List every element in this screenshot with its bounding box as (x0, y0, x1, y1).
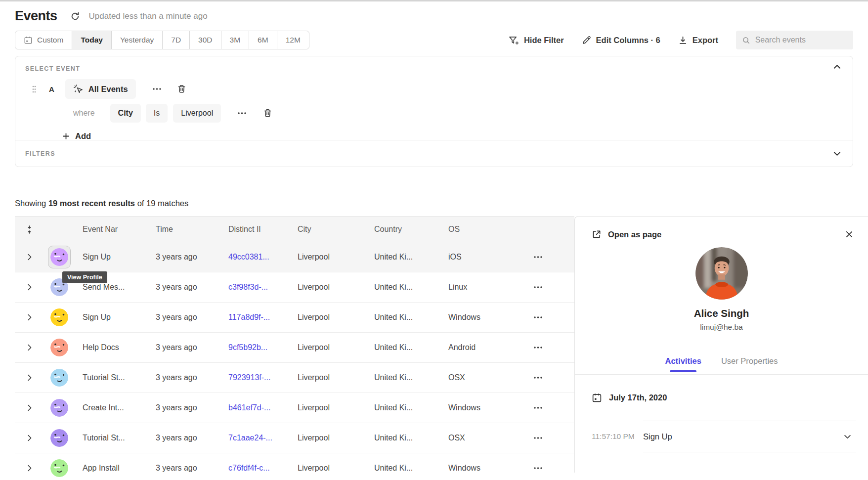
table-row: App Install 3 years ago c76fdf4f-c... Li… (15, 453, 574, 480)
filter-delete-button[interactable] (263, 108, 272, 118)
chevron-right-icon (27, 344, 32, 351)
profile-name: Alice Singh (575, 307, 868, 319)
panel-collapse-button[interactable] (833, 64, 841, 69)
ellipsis-icon (534, 316, 542, 318)
row-expander-button[interactable] (15, 284, 43, 291)
user-avatar-button[interactable] (48, 366, 71, 389)
date-tab-custom[interactable]: Custom (15, 31, 72, 49)
cell-time: 3 years ago (156, 434, 228, 442)
date-tab-yesterday[interactable]: Yesterday (111, 31, 162, 49)
filters-expand-button[interactable] (833, 151, 841, 156)
date-tab-12m[interactable]: 12M (277, 31, 309, 49)
filters-section-header[interactable]: FILTERS (15, 140, 853, 167)
property-chip[interactable]: City (110, 104, 141, 123)
trash-icon (177, 84, 186, 94)
cell-distinct-id[interactable]: c76fdf4f-c... (228, 464, 298, 473)
cell-distinct-id[interactable]: 49cc0381... (228, 253, 298, 262)
content-row: Event Nar Time Distinct II City Country … (0, 216, 868, 473)
tab-user-properties[interactable]: User Properties (721, 356, 778, 372)
filter-more-button[interactable] (236, 110, 248, 116)
chevron-right-icon (27, 254, 32, 261)
date-tab-today[interactable]: Today (72, 31, 111, 49)
activity-event-dropdown[interactable]: Sign Up (643, 421, 856, 452)
row-more-button[interactable] (502, 316, 574, 318)
search-input[interactable] (755, 36, 847, 44)
results-count: 19 most recent results (48, 199, 135, 208)
table-header-row: Event Nar Time Distinct II City Country … (15, 216, 574, 242)
all-events-button[interactable]: All Events (65, 79, 136, 99)
user-avatar-button[interactable] (48, 246, 71, 268)
value-chip[interactable]: Liverpool (173, 104, 221, 123)
refresh-button[interactable] (70, 11, 80, 21)
cell-distinct-id[interactable]: c3f98f3d-... (228, 283, 298, 292)
chevron-right-icon (27, 374, 32, 381)
where-clause-row: where City Is Liverpool (73, 104, 843, 123)
row-expander-button[interactable] (15, 344, 43, 351)
results-summary: Showing 19 most recent results of 19 mat… (15, 199, 853, 208)
row-expander-button[interactable] (15, 314, 43, 321)
inactive-tab-indicator (736, 370, 763, 372)
cell-city: Liverpool (298, 373, 374, 382)
user-avatar-button[interactable] (48, 427, 71, 449)
cell-distinct-id[interactable]: b461ef7d-... (228, 403, 298, 412)
drag-handle-icon[interactable] (32, 86, 36, 93)
date-tab-7d[interactable]: 7D (162, 31, 189, 49)
cell-os: Linux (448, 283, 502, 292)
export-button[interactable]: Export (678, 36, 718, 45)
activity-date: July 17th, 2020 (609, 393, 667, 402)
hide-filter-label: Hide Filter (524, 36, 564, 45)
cell-event-name: Tutorial St... (75, 373, 156, 382)
user-avatar-button[interactable] (48, 336, 71, 359)
row-expander-button[interactable] (15, 374, 43, 381)
open-as-page-button[interactable]: Open as page (592, 229, 661, 239)
cell-distinct-id[interactable]: 117a8d9f-... (228, 313, 298, 322)
row-expander-button[interactable] (15, 254, 43, 261)
cell-country: United Ki... (374, 403, 448, 412)
row-more-button[interactable] (502, 286, 574, 288)
cell-event-name: App Install (75, 464, 156, 473)
cell-os: OSX (448, 434, 502, 442)
ellipsis-icon (534, 286, 542, 288)
collapse-all-rows-button[interactable] (15, 225, 43, 234)
cell-time: 3 years ago (156, 464, 228, 473)
tab-activities[interactable]: Activities (665, 356, 701, 372)
cell-event-name: Tutorial St... (75, 434, 156, 442)
cell-distinct-id[interactable]: 7c1aae24-... (228, 434, 298, 442)
close-panel-button[interactable] (845, 230, 853, 238)
avatar-face (50, 248, 68, 266)
date-tab-6m[interactable]: 6M (249, 31, 277, 49)
row-more-button[interactable] (502, 437, 574, 439)
user-avatar-button[interactable] (48, 396, 71, 419)
row-more-button[interactable] (502, 347, 574, 349)
activity-time: 11:57:10 PM (592, 432, 635, 441)
row-more-button[interactable] (502, 407, 574, 409)
cell-city: Liverpool (298, 343, 374, 352)
chevron-down-icon (844, 435, 851, 439)
cell-os: Windows (448, 313, 502, 322)
cell-distinct-id[interactable]: 7923913f-... (228, 373, 298, 382)
user-avatar-button[interactable] (48, 306, 71, 329)
operator-chip[interactable]: Is (146, 104, 168, 123)
user-avatar-button[interactable] (48, 457, 71, 480)
filters-label: FILTERS (25, 150, 55, 157)
row-expander-button[interactable] (15, 435, 43, 441)
date-tab-3m[interactable]: 3M (221, 31, 249, 49)
dropdown-chevron-button[interactable] (844, 435, 851, 439)
event-more-button[interactable] (151, 86, 163, 92)
event-delete-button[interactable] (177, 84, 186, 94)
cell-city: Liverpool (298, 434, 374, 442)
cell-os: iOS (448, 253, 502, 262)
avatar-face (50, 459, 68, 477)
row-expander-button[interactable] (15, 404, 43, 411)
row-expander-button[interactable] (15, 465, 43, 472)
date-tab-label: Custom (37, 36, 63, 44)
row-more-button[interactable] (502, 467, 574, 469)
row-more-button[interactable] (502, 377, 574, 379)
cell-distinct-id[interactable]: 9cf5b92b... (228, 343, 298, 352)
cell-time: 3 years ago (156, 313, 228, 322)
row-more-button[interactable] (502, 256, 574, 258)
hide-filter-button[interactable]: Hide Filter (509, 36, 564, 45)
date-tab-30d[interactable]: 30D (189, 31, 220, 49)
user-avatar-icon (50, 369, 68, 387)
edit-columns-button[interactable]: Edit Columns · 6 (582, 36, 660, 45)
